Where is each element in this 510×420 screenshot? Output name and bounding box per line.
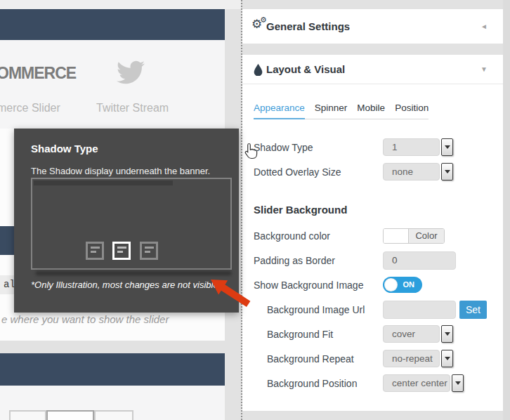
thumb-line xyxy=(117,251,123,253)
collapse-left-icon[interactable]: ◄ xyxy=(480,9,488,44)
shadow-type-label: Shadow Type xyxy=(254,142,383,153)
background-fit-label: Background Fit xyxy=(254,329,383,340)
background-repeat-value: no-repeat xyxy=(383,350,440,367)
tab-mobile[interactable]: Mobile xyxy=(357,103,385,113)
background-repeat-label: Background Repeat xyxy=(254,353,383,365)
padding-border-input[interactable] xyxy=(383,251,456,270)
show-background-image-row: Show Background Image ON xyxy=(242,273,503,297)
set-image-button[interactable]: Set xyxy=(459,301,487,319)
dropdown-arrow-button[interactable] xyxy=(441,325,453,343)
dotted-overlay-label: Dotted Overlay Size xyxy=(254,166,383,178)
triangle-down-icon xyxy=(445,145,450,149)
hand-cursor-icon xyxy=(244,143,258,163)
padding-border-label: Padding as Border xyxy=(254,255,383,266)
tab-appearance[interactable]: Appearance xyxy=(254,103,305,113)
slider-type-twitter[interactable]: Twitter Stream xyxy=(96,102,169,114)
preview-nav-bar-top xyxy=(0,9,225,40)
tooltip-title: Shadow Type xyxy=(31,143,98,155)
bottom-preview-area xyxy=(0,386,225,420)
background-color-row: Background color Color xyxy=(242,223,503,248)
dotted-overlay-select[interactable]: none xyxy=(383,163,453,181)
tab-spinner[interactable]: Spinner xyxy=(315,103,348,113)
thumb-line xyxy=(145,247,154,249)
general-settings-title: General Settings xyxy=(266,9,350,44)
shadow-option-box-1[interactable] xyxy=(9,410,46,420)
layout-visual-header[interactable]: Layout & Visual ▼ xyxy=(242,55,503,84)
background-color-picker[interactable]: Color xyxy=(383,228,445,244)
triangle-down-icon xyxy=(445,332,450,336)
top-strip xyxy=(0,0,241,9)
twitter-icon xyxy=(115,58,147,89)
thumb-line xyxy=(91,247,100,249)
show-background-image-toggle[interactable]: ON xyxy=(383,277,422,293)
background-position-select[interactable]: center center xyxy=(383,374,464,392)
color-button[interactable]: Color xyxy=(409,229,444,243)
slider-type-list: OMMERCE merce Slider Twitter Stream xyxy=(0,40,225,129)
illustration-drop-shadow xyxy=(36,271,231,275)
dotted-overlay-row: Dotted Overlay Size none xyxy=(242,159,503,184)
shadow-option-box-3[interactable] xyxy=(94,410,133,420)
appearance-fields: Shadow Type 1 Dotted Overlay Size none S… xyxy=(242,135,503,395)
color-swatch[interactable] xyxy=(384,229,409,243)
background-position-label: Background Position xyxy=(254,378,383,389)
background-color-label: Background color xyxy=(254,230,383,242)
droplet-icon xyxy=(254,64,263,79)
scrollbar-track[interactable] xyxy=(503,0,510,420)
slider-settings-screen: OMMERCE merce Slider Twitter Stream al e… xyxy=(0,0,510,420)
thumb-line xyxy=(145,251,150,253)
toggle-state-label: ON xyxy=(403,277,415,293)
shadow-type-row: Shadow Type 1 xyxy=(242,135,503,159)
layout-visual-title: Layout & Visual xyxy=(266,55,345,84)
shadow-type-value: 1 xyxy=(383,138,440,156)
shadow-illustration xyxy=(31,178,232,270)
illustration-thumb-2-selected xyxy=(112,242,131,260)
shortcode-hint-text: e where you want to show the slider xyxy=(1,313,219,325)
background-fit-row: Background Fit cover xyxy=(242,322,503,346)
background-fit-value: cover xyxy=(383,325,440,343)
illustration-thumb-1 xyxy=(86,242,104,260)
tab-position[interactable]: Position xyxy=(395,103,429,113)
shadow-option-box-2[interactable] xyxy=(46,410,94,420)
slider-type-woocommerce[interactable]: merce Slider xyxy=(0,102,60,114)
background-position-value: center center xyxy=(383,374,450,392)
triangle-down-icon xyxy=(445,170,450,173)
dropdown-arrow-button[interactable] xyxy=(441,350,453,367)
layout-visual-card: Layout & Visual ▼ Appearance Spinner Mob… xyxy=(242,55,503,411)
general-settings-card: ⚙⚙ General Settings ◄ xyxy=(242,9,503,44)
background-image-url-row: Background Image Url Set xyxy=(242,297,503,322)
dotted-overlay-value: none xyxy=(383,163,440,181)
woocommerce-logo: OMMERCE xyxy=(0,64,76,83)
background-repeat-row: Background Repeat no-repeat xyxy=(242,346,503,371)
slider-background-heading: Slider Background xyxy=(254,204,503,217)
tooltip-description: The Shadow display underneath the banner… xyxy=(31,166,210,176)
thumb-line xyxy=(117,247,126,249)
red-arrow-icon xyxy=(205,268,275,316)
preview-nav-bar-bottom xyxy=(0,353,225,386)
background-repeat-select[interactable]: no-repeat xyxy=(383,350,453,367)
triangle-down-icon xyxy=(445,357,450,360)
triangle-down-icon xyxy=(455,381,461,385)
illustration-thumb-3 xyxy=(140,242,158,260)
layout-tabs: Appearance Spinner Mobile Position xyxy=(254,103,429,119)
general-settings-header[interactable]: ⚙⚙ General Settings ◄ xyxy=(242,9,503,44)
background-fit-select[interactable]: cover xyxy=(383,325,453,343)
tooltip-note: *Only Illustration, most changes are not… xyxy=(31,280,221,290)
dropdown-arrow-button[interactable] xyxy=(441,138,453,156)
thumb-line xyxy=(91,251,96,253)
dropdown-arrow-button[interactable] xyxy=(452,374,464,392)
background-image-url-input[interactable] xyxy=(383,301,456,319)
padding-border-row: Padding as Border xyxy=(242,248,503,273)
illustration-banner-bar xyxy=(34,181,173,185)
background-position-row: Background Position center center xyxy=(242,371,503,395)
shadow-type-select[interactable]: 1 xyxy=(383,138,453,156)
dropdown-arrow-button[interactable] xyxy=(441,163,453,181)
panel-divider xyxy=(241,0,242,420)
toggle-knob xyxy=(384,278,398,291)
collapse-down-icon[interactable]: ▼ xyxy=(480,55,488,84)
